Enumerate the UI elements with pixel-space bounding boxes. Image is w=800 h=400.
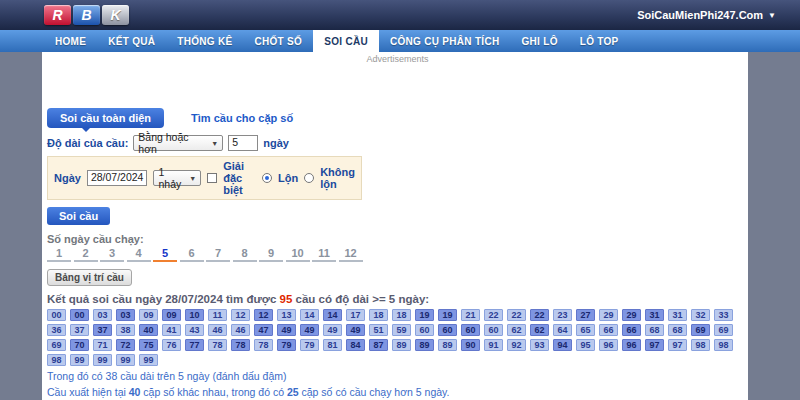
pair-cell-65[interactable]: 65 <box>576 324 595 336</box>
pair-cell-94[interactable]: 94 <box>553 339 572 351</box>
pair-cell-69[interactable]: 69 <box>714 324 733 336</box>
pair-cell-12[interactable]: 12 <box>254 309 273 321</box>
pair-cell-23[interactable]: 23 <box>553 309 572 321</box>
pair-cell-60[interactable]: 60 <box>461 324 480 336</box>
pair-cell-10[interactable]: 10 <box>185 309 204 321</box>
pair-cell-18[interactable]: 18 <box>369 309 388 321</box>
pair-cell-32[interactable]: 32 <box>691 309 710 321</box>
pair-cell-49[interactable]: 49 <box>346 324 365 336</box>
pair-cell-31[interactable]: 31 <box>645 309 664 321</box>
pair-cell-17[interactable]: 17 <box>346 309 365 321</box>
length-compare-select[interactable]: Bằng hoặc hơn ▼ <box>133 135 223 151</box>
pair-cell-19[interactable]: 19 <box>415 309 434 321</box>
pair-cell-46[interactable]: 46 <box>231 324 250 336</box>
pair-cell-97[interactable]: 97 <box>668 339 687 351</box>
pair-cell-60[interactable]: 60 <box>484 324 503 336</box>
pair-cell-64[interactable]: 64 <box>553 324 572 336</box>
pair-cell-43[interactable]: 43 <box>185 324 204 336</box>
pair-cell-22[interactable]: 22 <box>484 309 503 321</box>
nav-item-7[interactable]: LÔ TOP <box>569 30 630 52</box>
pair-cell-79[interactable]: 79 <box>277 339 296 351</box>
pair-cell-98[interactable]: 98 <box>691 339 710 351</box>
special-prize-checkbox[interactable] <box>207 173 217 183</box>
day-tab-11[interactable]: 11 <box>312 247 336 262</box>
pair-cell-22[interactable]: 22 <box>530 309 549 321</box>
pair-cell-29[interactable]: 29 <box>599 309 618 321</box>
day-tab-2[interactable]: 2 <box>74 247 98 262</box>
pair-cell-27[interactable]: 27 <box>576 309 595 321</box>
pair-cell-96[interactable]: 96 <box>599 339 618 351</box>
pair-cell-76[interactable]: 76 <box>162 339 181 351</box>
pair-cell-89[interactable]: 89 <box>415 339 434 351</box>
pair-cell-90[interactable]: 90 <box>461 339 480 351</box>
nav-item-6[interactable]: GHI LÔ <box>511 30 569 52</box>
pair-cell-21[interactable]: 21 <box>461 309 480 321</box>
pair-cell-71[interactable]: 71 <box>93 339 112 351</box>
pair-cell-62[interactable]: 62 <box>530 324 549 336</box>
pair-cell-18[interactable]: 18 <box>392 309 411 321</box>
pair-cell-09[interactable]: 09 <box>139 309 158 321</box>
pair-cell-87[interactable]: 87 <box>369 339 388 351</box>
pair-cell-60[interactable]: 60 <box>415 324 434 336</box>
pair-cell-95[interactable]: 95 <box>576 339 595 351</box>
pair-cell-03[interactable]: 03 <box>116 309 135 321</box>
pair-cell-66[interactable]: 66 <box>599 324 618 336</box>
pair-cell-75[interactable]: 75 <box>139 339 158 351</box>
date-input[interactable]: 28/07/2024 <box>87 170 148 186</box>
pair-cell-97[interactable]: 97 <box>645 339 664 351</box>
pair-cell-41[interactable]: 41 <box>162 324 181 336</box>
pair-cell-49[interactable]: 49 <box>300 324 319 336</box>
pair-cell-69[interactable]: 69 <box>47 339 66 351</box>
pair-cell-91[interactable]: 91 <box>484 339 503 351</box>
pair-cell-78[interactable]: 78 <box>254 339 273 351</box>
nav-item-1[interactable]: KẾT QUẢ <box>97 30 166 52</box>
pair-search-link[interactable]: Tìm cầu cho cặp số <box>191 112 293 124</box>
pair-cell-62[interactable]: 62 <box>507 324 526 336</box>
length-days-input[interactable]: 5 <box>228 135 258 151</box>
nav-item-4[interactable]: SOI CẦU <box>313 30 379 52</box>
pair-cell-37[interactable]: 37 <box>93 324 112 336</box>
pair-cell-33[interactable]: 33 <box>714 309 733 321</box>
pair-cell-66[interactable]: 66 <box>622 324 641 336</box>
pair-cell-09[interactable]: 09 <box>162 309 181 321</box>
lon-radio[interactable] <box>262 173 272 183</box>
day-tab-9[interactable]: 9 <box>259 247 283 262</box>
pair-cell-37[interactable]: 37 <box>70 324 89 336</box>
pair-cell-69[interactable]: 69 <box>691 324 710 336</box>
pair-cell-68[interactable]: 68 <box>645 324 664 336</box>
site-logo[interactable]: R B K <box>44 5 129 25</box>
pair-cell-99[interactable]: 99 <box>70 354 89 366</box>
day-tab-7[interactable]: 7 <box>206 247 230 262</box>
pair-cell-46[interactable]: 46 <box>208 324 227 336</box>
pair-cell-36[interactable]: 36 <box>47 324 66 336</box>
pair-cell-40[interactable]: 40 <box>139 324 158 336</box>
pair-cell-99[interactable]: 99 <box>116 354 135 366</box>
pair-cell-47[interactable]: 47 <box>254 324 273 336</box>
pair-cell-78[interactable]: 78 <box>208 339 227 351</box>
pair-cell-89[interactable]: 89 <box>392 339 411 351</box>
pair-cell-11[interactable]: 11 <box>208 309 227 321</box>
pair-cell-29[interactable]: 29 <box>622 309 641 321</box>
step-select[interactable]: 1 nhảy ▼ <box>153 170 201 186</box>
soi-cau-submit-button[interactable]: Soi cầu <box>47 207 110 225</box>
pair-cell-49[interactable]: 49 <box>277 324 296 336</box>
pair-cell-14[interactable]: 14 <box>300 309 319 321</box>
day-tab-3[interactable]: 3 <box>100 247 124 262</box>
site-menu-dropdown[interactable]: SoiCauMienPhi247.Com ▼ <box>637 9 776 21</box>
day-tab-5[interactable]: 5 <box>153 247 177 262</box>
pair-cell-00[interactable]: 00 <box>70 309 89 321</box>
pair-cell-96[interactable]: 96 <box>622 339 641 351</box>
day-tab-6[interactable]: 6 <box>180 247 204 262</box>
nav-item-2[interactable]: THỐNG KÊ <box>166 30 243 52</box>
pair-cell-99[interactable]: 99 <box>139 354 158 366</box>
pair-cell-19[interactable]: 19 <box>438 309 457 321</box>
pair-cell-03[interactable]: 03 <box>93 309 112 321</box>
day-tab-1[interactable]: 1 <box>47 247 71 262</box>
nav-item-5[interactable]: CÔNG CỤ PHÂN TÍCH <box>379 30 511 52</box>
pair-cell-22[interactable]: 22 <box>507 309 526 321</box>
full-scan-tab-button[interactable]: Soi cầu toàn diện <box>47 108 164 128</box>
pair-cell-99[interactable]: 99 <box>93 354 112 366</box>
pair-cell-60[interactable]: 60 <box>438 324 457 336</box>
day-tab-12[interactable]: 12 <box>339 247 363 262</box>
pair-cell-00[interactable]: 00 <box>47 309 66 321</box>
